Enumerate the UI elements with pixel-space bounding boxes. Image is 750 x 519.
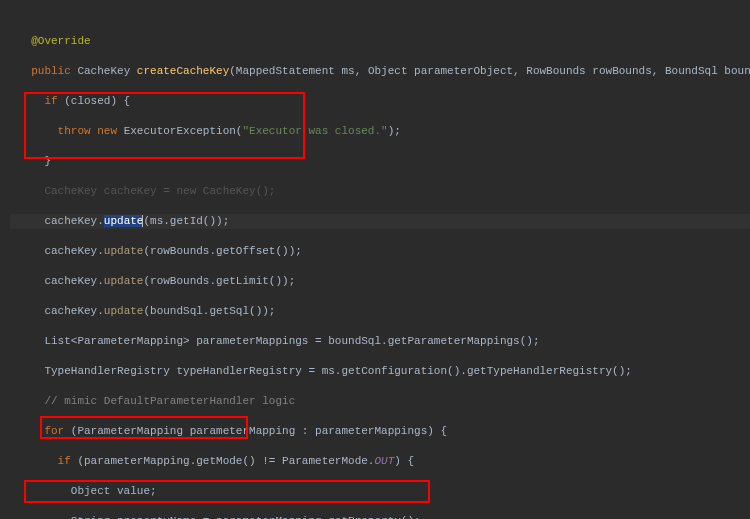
code-line: public CacheKey createCacheKey(MappedSta… [10,64,750,79]
code-line: List<ParameterMapping> parameterMappings… [10,334,750,349]
code-line: cacheKey.update(boundSql.getSql()); [10,304,750,319]
annotation: @Override [31,35,90,47]
code-line: if (parameterMapping.getMode() != Parame… [10,454,750,469]
code-line: } [10,154,750,169]
code-line: @Override [10,34,750,49]
code-line: throw new ExecutorException("Executor wa… [10,124,750,139]
code-line: TypeHandlerRegistry typeHandlerRegistry … [10,364,750,379]
method-name: createCacheKey [137,65,229,77]
code-line: Object value; [10,484,750,499]
code-line: for (ParameterMapping parameterMapping :… [10,424,750,439]
code-editor[interactable]: @Override public CacheKey createCacheKey… [0,0,750,519]
code-line: CacheKey cacheKey = new CacheKey(); [10,184,750,199]
code-line: // mimic DefaultParameterHandler logic [10,394,750,409]
code-line: cacheKey.update(rowBounds.getOffset()); [10,244,750,259]
code-line: if (closed) { [10,94,750,109]
code-line: String propertyName = parameterMapping.g… [10,514,750,519]
code-line: cacheKey.update(rowBounds.getLimit()); [10,274,750,289]
selected-text: update [104,215,144,227]
code-line: cacheKey.update(ms.getId()); [10,214,750,229]
